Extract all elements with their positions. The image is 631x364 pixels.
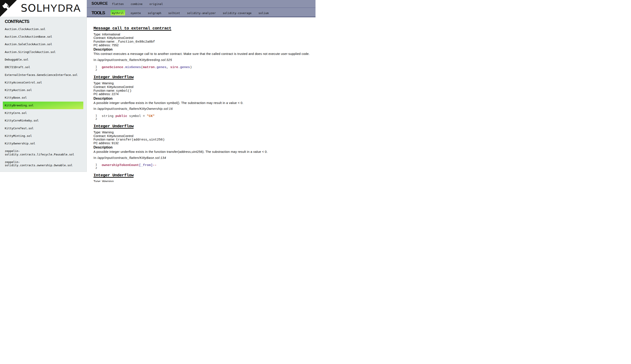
contract-list-item: Auction.ClockAuction.sol	[3, 25, 83, 33]
contract-list-item: Auction.SiringClockAuction.sol	[3, 48, 83, 56]
contract-link-zeppelin-solidity.contracts.ownership.Ownable.sol[interactable]: zeppelin-solidity.contracts.ownership.Ow…	[3, 158, 83, 169]
tools-nav-label: TOOLS	[87, 10, 112, 15]
source-nav-item: original	[150, 2, 170, 6]
contract-link-Auction.SaleClockAuction.sol[interactable]: Auction.SaleClockAuction.sol	[3, 40, 83, 48]
code-token: matron	[143, 65, 155, 69]
section-meta-line: Type: Warning	[94, 130, 312, 134]
location-path: /app/input/contracts_flatten/KittyBreedi…	[97, 58, 172, 62]
contract-list-item: KittyBreeding.sol	[3, 102, 83, 109]
tools-nav-item: solidity-coverage	[223, 10, 258, 14]
contract-link-Auction.ClockAuction.sol[interactable]: Auction.ClockAuction.sol	[3, 25, 83, 33]
section-meta-line: Type: Informational	[94, 33, 312, 36]
code-line-number: 2	[95, 166, 102, 170]
contract-link-zeppelin-solidity.contracts.lifecycle.Pausable.sol[interactable]: zeppelin-solidity.contracts.lifecycle.Pa…	[3, 147, 83, 158]
code-token: (	[141, 65, 143, 69]
location-path: /app/input/contracts_flatten/KittyOwners…	[97, 107, 173, 110]
code-token: geneScience	[102, 65, 123, 69]
code-token: ,	[166, 65, 170, 69]
contract-link-KittyBase.sol[interactable]: KittyBase.sol	[3, 94, 83, 102]
description-heading: Description	[94, 96, 312, 100]
tools-nav-item: solidity-analyzer	[187, 10, 223, 14]
tools-nav-link-solhint[interactable]: solhint	[168, 12, 180, 15]
code-token: .genes	[155, 65, 166, 69]
source-nav-items: flattencombineoriginal	[112, 2, 170, 6]
code-block: 1string public symbol = "CK"2	[94, 114, 312, 121]
tools-nav-items: mythriloyentesolgraphsolhintsolidity-ana…	[112, 10, 275, 15]
code-token: --	[153, 163, 157, 167]
section-title: Integer Underflow	[94, 173, 312, 178]
source-nav-link-flatten[interactable]: flatten	[112, 2, 124, 6]
code-line: 2	[95, 69, 312, 72]
meta-mono-value: transfer(address,uint256)	[116, 138, 165, 142]
source-nav-label: SOURCE	[87, 1, 112, 6]
section-meta-line: Function name: symbol()	[94, 89, 312, 92]
tools-nav-item: solgraph	[148, 10, 168, 14]
description-text: A possible integer underflow exists in t…	[94, 101, 312, 105]
contract-link-KittyCoreRinkeby.sol[interactable]: KittyCoreRinkeby.sol	[3, 117, 83, 124]
contract-link-KittyAuction.sol[interactable]: KittyAuction.sol	[3, 86, 83, 94]
contract-link-Auction.ClockAuctionBase.sol[interactable]: Auction.ClockAuctionBase.sol	[3, 33, 83, 40]
contract-link-Auction.SiringClockAuction.sol[interactable]: Auction.SiringClockAuction.sol	[3, 48, 83, 56]
tools-nav-link-solgraph[interactable]: solgraph	[148, 12, 161, 15]
contract-link-KittyMinting.sol[interactable]: KittyMinting.sol	[3, 132, 83, 140]
report-content: Message call to external contractType: I…	[94, 17, 316, 182]
contract-link-ERC721Draft.sol[interactable]: ERC721Draft.sol	[3, 63, 83, 71]
contract-link-KittyCore.sol[interactable]: KittyCore.sol	[3, 109, 83, 117]
code-line-number: 2	[95, 117, 102, 120]
logo-text-light: SOL	[21, 2, 43, 14]
code-token: [_from]	[139, 163, 153, 167]
code-token: ownershipTokenCount	[102, 163, 139, 167]
report-section: Message call to external contractType: I…	[94, 26, 312, 72]
description-text: This contract executes a message call to…	[94, 52, 312, 56]
contract-link-ExternalInterfaces.GeneScienceInterface.sol[interactable]: ExternalInterfaces.GeneScienceInterface.…	[3, 71, 83, 78]
section-meta-line: Type: Warning	[94, 180, 312, 182]
code-block: 1geneScience.mixGenes(matron.genes, sire…	[94, 66, 312, 72]
contract-link-KittyOwnership.sol[interactable]: KittyOwnership.sol	[3, 140, 83, 147]
section-meta-line: PC address: 7552	[94, 44, 312, 47]
description-text: A possible integer underflow exists in t…	[94, 150, 312, 154]
description-heading: Description	[94, 146, 312, 149]
source-nav-link-combine[interactable]: combine	[131, 2, 143, 6]
tools-nav-link-solidity-coverage[interactable]: solidity-coverage	[223, 12, 251, 15]
tools-nav-link-mythril[interactable]: mythril	[111, 10, 125, 15]
tools-nav-link-solium[interactable]: solium	[258, 12, 268, 15]
logo-text-bold: HYDRA	[43, 2, 81, 14]
contracts-sidebar: CONTRACTS Auction.ClockAuction.solAuctio…	[0, 17, 87, 172]
code-line-number: 1	[95, 163, 102, 166]
report-section: Integer UnderflowType: WarningContract: …	[94, 75, 312, 121]
location-line: In /app/input/contracts_flatten/KittyOwn…	[94, 107, 312, 111]
report-section: Integer UnderflowType: WarningContract: …	[94, 124, 312, 170]
code-line: 1string public symbol = "CK"	[95, 114, 312, 118]
contract-list-item: KittyAccessControl.sol	[3, 79, 83, 86]
contract-list-item: Auction.SaleClockAuction.sol	[3, 40, 83, 48]
contract-link-Debuggable.sol[interactable]: Debuggable.sol	[3, 56, 83, 63]
tools-nav-item: oyente	[131, 10, 148, 14]
source-nav-item: combine	[131, 2, 150, 6]
contract-list-item: KittyCore.sol	[3, 109, 83, 117]
tools-nav-item: mythril	[112, 10, 131, 15]
github-corner-link[interactable]	[0, 0, 17, 17]
location-path: /app/input/contracts_flatten/KittyBase.s…	[97, 156, 166, 160]
section-meta-line: PC address: 2274	[94, 92, 312, 96]
code-token: symbol =	[127, 114, 147, 118]
source-nav-item: flatten	[112, 2, 131, 6]
location-line: In /app/input/contracts_flatten/KittyBre…	[94, 58, 312, 62]
code-line-number: 1	[95, 65, 102, 68]
meta-mono-value: symbol()	[116, 89, 132, 93]
contract-list: Auction.ClockAuction.solAuction.ClockAuc…	[0, 25, 87, 169]
contract-list-item: Debuggable.sol	[3, 56, 83, 63]
contract-link-KittyAccessControl.sol[interactable]: KittyAccessControl.sol	[3, 79, 83, 86]
source-nav-link-original[interactable]: original	[150, 2, 163, 6]
section-title: Integer Underflow	[94, 124, 312, 128]
code-line-number: 1	[95, 114, 102, 117]
tools-nav-link-solidity-analyzer[interactable]: solidity-analyzer	[187, 12, 216, 15]
tools-nav-link-oyente[interactable]: oyente	[131, 12, 141, 15]
code-line-number: 2	[95, 68, 102, 72]
code-line: 2	[95, 118, 312, 121]
code-block: 1ownershipTokenCount[_from]--2	[94, 164, 312, 170]
contract-link-KittyCoreTest.sol[interactable]: KittyCoreTest.sol	[3, 124, 83, 132]
tools-nav-item: solhint	[168, 10, 187, 14]
section-meta-line: Contract: KittyAccessControl	[94, 36, 312, 40]
contract-link-KittyBreeding.sol[interactable]: KittyBreeding.sol	[3, 102, 83, 109]
contract-list-item: ERC721Draft.sol	[3, 63, 83, 71]
